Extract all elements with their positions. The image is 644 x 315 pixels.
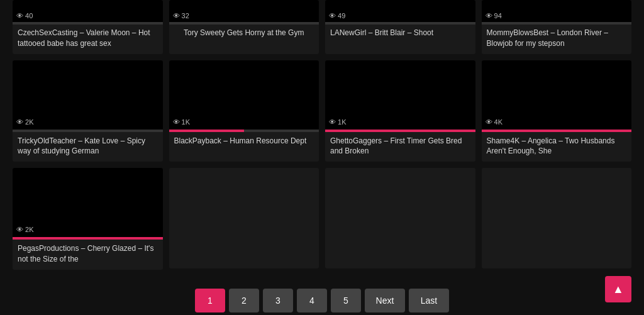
- mid-video-card-3[interactable]: 👁 1K GhettoGaggers – First Timer Gets Br…: [325, 60, 475, 162]
- page-btn-5[interactable]: 5: [331, 289, 361, 312]
- top-video-card-1[interactable]: 👁 40 CzechSexCasting – Valerie Moon – Ho…: [13, 0, 163, 54]
- bot-video-card-4: [482, 168, 632, 268]
- mid-video-card-2[interactable]: 👁 1K BlackPayback – Human Resource Dept: [169, 60, 319, 162]
- mid-info-2: BlackPayback – Human Resource Dept: [169, 132, 319, 152]
- top-views-2: 👁 32: [173, 12, 189, 19]
- top-video-card-3[interactable]: 👁 49 LANewGirl – Britt Blair – Shoot: [325, 0, 475, 54]
- mid-video-card-1[interactable]: 👁 2K TrickyOldTeacher – Kate Love – Spic…: [13, 60, 163, 162]
- last-button[interactable]: Last: [409, 289, 449, 312]
- pagination: 1 2 3 4 5 Next Last: [13, 282, 631, 315]
- top-info-4: MommyBlowsBest – London River – Blowjob …: [482, 25, 632, 54]
- mid-thumb-1: 👁 2K: [13, 60, 163, 130]
- page-btn-1[interactable]: 1: [195, 289, 225, 312]
- top-info-1: CzechSexCasting – Valerie Moon – Hot tat…: [13, 25, 163, 54]
- mid-info-1: TrickyOldTeacher – Kate Love – Spicy way…: [13, 132, 163, 162]
- bot-video-card-3: [325, 168, 475, 268]
- mid-views-3: 👁 1K: [329, 118, 347, 126]
- mid-progress-bar-2: [169, 130, 319, 132]
- mid-thumb-4: 👁 4K: [482, 60, 632, 130]
- next-button[interactable]: Next: [365, 289, 405, 312]
- mid-views-1: 👁 2K: [16, 118, 34, 126]
- bot-progress-fill-1: [13, 237, 163, 240]
- mid-info-3: GhettoGaggers – First Timer Gets Bred an…: [325, 132, 475, 162]
- top-views-1: 👁 40: [16, 12, 33, 19]
- mid-progress-bar-1: [13, 130, 163, 132]
- mid-progress-bar-3: [325, 130, 475, 132]
- bot-info-1: PegasProductions – Cherry Glazed – It's …: [13, 240, 163, 270]
- top-thumb-3: 👁 49: [325, 0, 475, 22]
- mid-views-4: 👁 4K: [486, 118, 503, 126]
- top-info-2: Tory Sweety Gets Horny at the Gym: [169, 25, 319, 43]
- top-video-card-2[interactable]: 👁 32 Tory Sweety Gets Horny at the Gym: [169, 0, 319, 54]
- mid-progress-bar-4: [482, 130, 632, 132]
- top-thumb-1: 👁 40: [13, 0, 163, 22]
- top-thumb-2: 👁 32: [169, 0, 319, 22]
- mid-progress-fill-3: [325, 130, 475, 132]
- bot-video-card-2: [169, 168, 319, 268]
- scroll-top-button[interactable]: ▲: [605, 276, 631, 302]
- top-views-4: 👁 94: [486, 12, 502, 19]
- page-btn-3[interactable]: 3: [263, 289, 293, 312]
- top-info-3: LANewGirl – Britt Blair – Shoot: [325, 25, 475, 43]
- bot-views-1: 👁 2K: [16, 226, 34, 233]
- page-btn-4[interactable]: 4: [297, 289, 327, 312]
- bot-thumb-1: 👁 2K: [13, 168, 163, 237]
- mid-thumb-3: 👁 1K: [325, 60, 475, 130]
- top-video-card-4[interactable]: 👁 94 MommyBlowsBest – London River – Blo…: [482, 0, 632, 54]
- bot-progress-bar-1: [13, 237, 163, 240]
- bot-video-card-1[interactable]: 👁 2K PegasProductions – Cherry Glazed – …: [13, 168, 163, 270]
- top-thumb-4: 👁 94: [482, 0, 632, 22]
- mid-video-card-4[interactable]: 👁 4K Shame4K – Angelica – Two Husbands A…: [482, 60, 632, 162]
- top-video-row: 👁 40 CzechSexCasting – Valerie Moon – Ho…: [13, 0, 631, 54]
- bot-video-row: 👁 2K PegasProductions – Cherry Glazed – …: [13, 168, 631, 270]
- mid-views-2: 👁 1K: [173, 118, 191, 126]
- mid-progress-fill-4: [482, 130, 632, 132]
- scroll-top-icon: ▲: [613, 283, 624, 296]
- mid-video-row: 👁 2K TrickyOldTeacher – Kate Love – Spic…: [13, 60, 631, 162]
- mid-info-4: Shame4K – Angelica – Two Husbands Aren't…: [482, 132, 632, 162]
- main-container: 👁 40 CzechSexCasting – Valerie Moon – Ho…: [0, 0, 644, 315]
- page-btn-2[interactable]: 2: [229, 289, 259, 312]
- mid-thumb-2: 👁 1K: [169, 60, 319, 130]
- mid-progress-fill-2: [169, 130, 244, 132]
- top-views-3: 👁 49: [329, 12, 345, 19]
